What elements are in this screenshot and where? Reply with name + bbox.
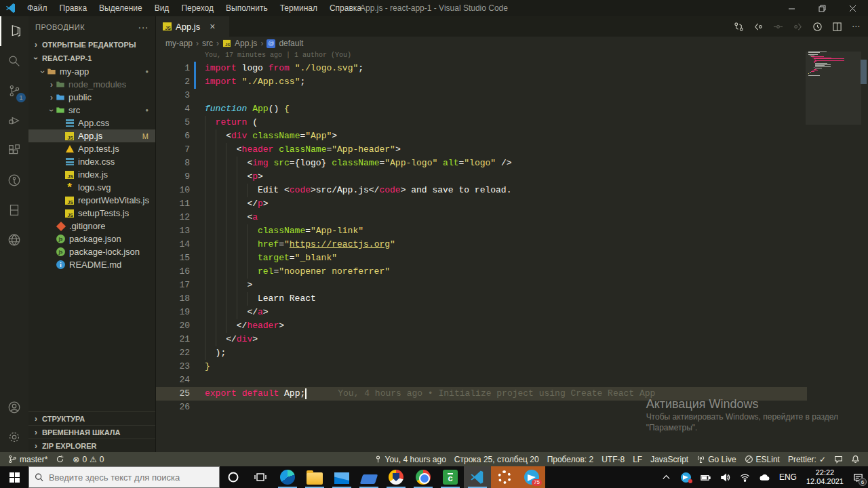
compare-icon[interactable] [773,22,783,32]
tab-appjs[interactable]: JS App.js × [156,16,229,37]
next-change-icon[interactable] [793,22,803,32]
tree-item-index.js[interactable]: JSindex.js [28,168,155,181]
menu-file[interactable]: Файл [22,2,53,14]
code-line-16[interactable]: 16rel="noopener noreferrer" [156,265,807,279]
tab-close-icon[interactable]: × [210,21,215,32]
minimize-button[interactable] [776,0,807,16]
split-editor-icon[interactable] [832,22,842,32]
code-line-19[interactable]: 19</a> [156,306,807,319]
blame-status[interactable]: You, 4 hours ago [370,452,450,466]
code-line-8[interactable]: 8<img src={logo} className="App-logo" al… [156,157,807,170]
indentation[interactable]: Пробелов: 2 [543,452,598,466]
code-line-26[interactable]: 26 [156,401,807,414]
account-icon[interactable] [0,392,28,422]
tree-item-.gitignore[interactable]: .gitignore [28,220,155,232]
explorer-icon[interactable] [0,16,28,46]
tree-item-node_modules[interactable]: ›node_modules [28,78,155,91]
menu-view[interactable]: Вид [149,2,175,14]
tree-item-logo.svg[interactable]: *logo.svg [28,181,155,194]
remote-explorer-icon[interactable] [0,195,28,225]
open-changes-icon[interactable] [734,22,744,32]
code-line-10[interactable]: 10Edit <code>src/App.js</code> and save … [156,184,807,197]
sync-button[interactable] [52,452,68,466]
feedback-button[interactable] [830,452,847,466]
wifi-icon[interactable] [735,466,755,488]
code-line-22[interactable]: 22); [156,346,807,360]
cortana-button[interactable] [220,466,247,488]
code-line-24[interactable]: 24 [156,373,807,387]
language-indicator[interactable]: ENG [774,466,802,488]
minimap-slider[interactable] [806,52,861,125]
taskbar-file-explorer-icon[interactable] [301,466,328,488]
code-line-7[interactable]: 7<header className="App-header"> [156,143,807,157]
tray-telegram-icon[interactable] [676,466,696,488]
tree-item-App.test.js[interactable]: App.test.js [28,142,155,155]
battery-icon[interactable] [696,466,715,488]
task-view-button[interactable] [247,466,274,488]
codelens-blame[interactable]: You, 17 minutes ago | 1 author (You) [205,52,807,62]
zip-explorer-section[interactable]: › ZIP EXPLORER [28,439,155,452]
timeline-icon[interactable] [812,22,823,32]
more-actions-icon[interactable]: ⋯ [852,22,860,31]
tree-item-index.css[interactable]: index.css [28,155,155,168]
tree-item-package-lock.json[interactable]: jspackage-lock.json [28,245,155,258]
tree-item-setupTests.js[interactable]: JSsetupTests.js [28,207,155,220]
code-line-9[interactable]: 9<p> [156,170,807,184]
source-control-icon[interactable]: 1 [0,76,28,106]
taskbar-vscode-icon[interactable] [464,466,491,488]
taskbar-your-phone-icon[interactable] [355,466,382,488]
taskbar-orange-app-icon[interactable] [491,466,518,488]
code-line-1[interactable]: 1import logo from "./logo.svg"; [156,62,807,75]
explorer-more-icon[interactable]: ··· [138,22,149,33]
action-center-icon[interactable]: 6 [848,466,868,488]
encoding[interactable]: UTF-8 [597,452,629,466]
code-line-23[interactable]: 23} [156,360,807,373]
breadcrumb-file[interactable]: App.js [235,39,257,48]
code-line-12[interactable]: 12<a [156,211,807,224]
taskbar-green-app-icon[interactable]: c [437,466,464,488]
eslint-status[interactable]: ESLint [741,452,784,466]
code-line-6[interactable]: 6<div className="App"> [156,129,807,143]
tree-item-App.css[interactable]: App.css [28,117,155,129]
code-line-2[interactable]: 2import "./App.css"; [156,75,807,89]
menu-run[interactable]: Выполнить [220,2,273,14]
restore-button[interactable] [807,0,837,16]
close-button[interactable] [837,0,868,16]
code-line-21[interactable]: 21</div> [156,333,807,346]
cursor-position[interactable]: Строка 25, столбец 20 [450,452,543,466]
taskbar-telegram-icon[interactable]: 75 [518,466,545,488]
timeline-section[interactable]: › ВРЕМЕННАЯ ШКАЛА [28,425,155,439]
editor-scrollbar[interactable] [860,52,868,452]
gitlens-icon[interactable] [0,165,28,195]
notifications-button[interactable] [847,452,864,466]
previous-change-icon[interactable] [753,22,764,32]
language-mode[interactable]: JavaScript [646,452,692,466]
minimap[interactable] [808,52,859,174]
code-line-25[interactable]: 25export default App;You, 4 hours ago • … [156,387,807,401]
tree-item-public[interactable]: ›public [28,91,155,104]
go-live-button[interactable]: Go Live [692,452,740,466]
tray-expand-icon[interactable] [656,466,676,488]
tree-item-src[interactable]: ›src● [28,104,155,117]
menu-selection[interactable]: Выделение [94,2,148,14]
tree-item-package.json[interactable]: jspackage.json [28,232,155,245]
code-line-17[interactable]: 17> [156,279,807,292]
code-line-11[interactable]: 11</p> [156,197,807,211]
code-line-3[interactable]: 3 [156,89,807,102]
breadcrumb-folder[interactable]: my-app [165,39,193,48]
code-line-18[interactable]: 18Learn React [156,292,807,306]
menu-go[interactable]: Переход [176,2,219,14]
taskbar-mail-icon[interactable] [328,466,355,488]
tree-item-reportWebVitals.js[interactable]: JSreportWebVitals.js [28,194,155,207]
outline-section[interactable]: › СТРУКТУРА [28,411,155,425]
clock[interactable]: 22:2212.04.2021 [802,466,848,488]
code-line-5[interactable]: 5return ( [156,116,807,129]
taskbar-edge-icon[interactable] [274,466,301,488]
volume-icon[interactable] [715,466,735,488]
problems-indicator[interactable]: ⊗0 ⚠0 [68,452,108,466]
search-icon[interactable] [0,46,28,76]
search-input[interactable] [49,472,214,483]
start-button[interactable] [0,466,28,488]
tree-item-README.md[interactable]: iREADME.md [28,258,155,271]
live-server-icon[interactable] [0,225,28,255]
